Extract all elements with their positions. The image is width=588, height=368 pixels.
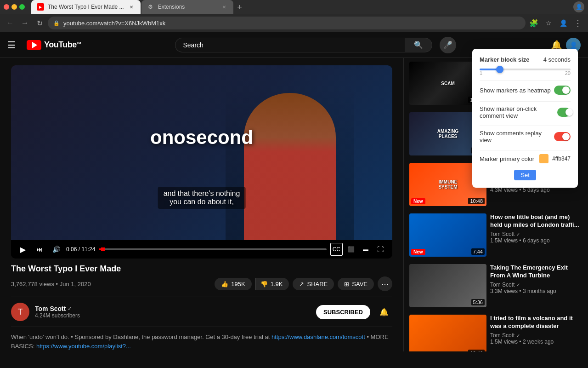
save-button[interactable]: ⊞ SAVE	[338, 278, 374, 290]
new-tab-button[interactable]: +	[233, 1, 246, 14]
sidebar-thumbnail: 7:44 New	[409, 213, 486, 257]
video-duration: 5:36	[471, 299, 485, 305]
description: When 'undo' won't do. • Sponsored by Das…	[11, 333, 392, 351]
voice-search-button[interactable]: 🎤	[440, 37, 456, 53]
right-controls: CC ⬛ ▬ ⛶	[330, 243, 387, 256]
sidebar-video-title: Taking The Emergency Exit From A Wind Tu…	[490, 264, 582, 280]
next-button[interactable]: ⏭	[33, 243, 46, 256]
back-button[interactable]: ←	[4, 17, 17, 29]
sidebar-channel-name: Tom Scott ✓	[490, 231, 582, 237]
youtube-logo-icon	[27, 40, 41, 50]
search-button[interactable]: 🔍	[405, 38, 432, 52]
address-bar[interactable]: 🔒 youtube.com/watch?v=X6NJkWbM1xk	[48, 17, 526, 29]
theater-button[interactable]: ▬	[359, 243, 372, 256]
youtube-logo[interactable]: YouTubeTM	[27, 40, 81, 50]
miniplayer-button[interactable]: ⬛	[345, 243, 357, 256]
tab-close-extensions[interactable]: ✕	[220, 3, 228, 11]
video-player[interactable]: onosecond and that there's nothingyou ca…	[11, 65, 392, 259]
channel-avatar[interactable]: T	[11, 303, 29, 321]
set-color-button[interactable]: Set	[514, 170, 536, 180]
video-presenter	[226, 84, 354, 240]
description-text: When 'undo' won't do. • Sponsored by Das…	[11, 334, 270, 340]
ext-divider3	[480, 126, 571, 126]
channel-name-row: Tom Scott ✓	[35, 305, 311, 312]
subscribe-button[interactable]: SUBSCRIBED	[316, 305, 370, 319]
sidebar-video-stats: 1.5M views • 6 days ago	[490, 237, 582, 244]
channel-name: Tom Scott	[35, 305, 66, 312]
ext-color-row: Marker primary color #ffb347	[480, 154, 571, 163]
toggle-heatmap[interactable]	[554, 86, 571, 95]
slider-thumb[interactable]	[496, 66, 503, 73]
settings-cc-button[interactable]: CC	[330, 243, 343, 256]
sidebar-video-info: How one little boat (and me) held up mil…	[490, 213, 582, 257]
profile-icon[interactable]: 👤	[573, 1, 584, 12]
sidebar-video-item[interactable]: 7:44 New How one little boat (and me) he…	[404, 210, 588, 260]
bookmark-button[interactable]: ☆	[542, 17, 555, 29]
forward-button[interactable]: →	[18, 17, 31, 29]
channel-info: Tom Scott ✓ 4.24M subscribers	[35, 305, 311, 319]
sidebar-video-info: Taking The Emergency Exit From A Wind Tu…	[490, 264, 582, 307]
color-code-display: #ffb347	[552, 155, 571, 162]
video-info: The Worst Typo I Ever Made 3,762,778 vie…	[11, 259, 392, 297]
search-bar: 🔍	[175, 38, 432, 52]
slider-labels: 1 20	[480, 70, 571, 76]
ext-divider2	[480, 101, 571, 102]
toggle-onclick[interactable]	[557, 108, 571, 117]
progress-bar[interactable]	[99, 248, 326, 250]
more-options-button[interactable]: ⋯	[378, 276, 392, 291]
video-meta: 3,762,778 views • Jun 1, 2020 👍 195K 👎 1…	[11, 276, 392, 291]
video-caption-sub: and that there's nothingyou can do about…	[158, 187, 246, 209]
menu-icon[interactable]: ☰	[7, 40, 16, 51]
tab-youtube-title: The Worst Typo I Ever Made ...	[48, 4, 124, 10]
ext-popup-title: Marker block size	[480, 56, 529, 63]
extensions-button[interactable]: 🧩	[527, 17, 540, 29]
share-button[interactable]: ↗ SHARE	[293, 278, 334, 290]
main-content: onosecond and that there's nothingyou ca…	[0, 58, 403, 351]
verified-check: ✓	[516, 232, 520, 237]
play-button[interactable]: ▶	[17, 243, 29, 256]
play-icon	[32, 42, 37, 48]
dislike-button[interactable]: 👎 1.9K	[255, 278, 289, 290]
close-button[interactable]	[4, 4, 9, 10]
notification-bell[interactable]: 🔔	[376, 304, 392, 320]
thumbs-up-icon: 👍	[221, 281, 228, 288]
more-options-button[interactable]: ⋮	[571, 17, 584, 29]
thumb-text: AMAZING PLACES	[429, 129, 467, 139]
fullscreen-button[interactable]: ⛶	[374, 243, 387, 256]
ext-toggle2-label: Show marker on-click comment view	[480, 105, 557, 119]
toggle-replay[interactable]	[554, 132, 571, 141]
sidebar-channel-name: Tom Scott ✓	[490, 332, 582, 339]
tab-extensions[interactable]: ⚙ Extensions ✕	[141, 0, 233, 14]
slider-min: 1	[480, 70, 482, 76]
tab-youtube[interactable]: ▶ The Worst Typo I Ever Made ... ✕	[31, 0, 141, 14]
like-button[interactable]: 👍 195K	[215, 278, 251, 290]
volume-button[interactable]: 🔊	[50, 243, 62, 256]
sidebar-video-item[interactable]: 10:46 I tried to film a volcano and it w…	[404, 311, 588, 351]
address-text: youtube.com/watch?v=X6NJkWbM1xk	[63, 20, 520, 27]
ext-toggle1-label: Show markers as heatmap	[480, 87, 551, 94]
minimize-button[interactable]	[11, 4, 17, 10]
color-swatch[interactable]	[539, 154, 548, 163]
video-actions: 👍 195K 👎 1.9K ↗ SHARE ⊞	[215, 276, 392, 291]
slider-track	[480, 69, 571, 70]
profile-button[interactable]: 👤	[557, 17, 570, 29]
slider-container: 1 20	[480, 69, 571, 76]
video-duration: 10:48	[468, 198, 485, 204]
refresh-button[interactable]: ↻	[33, 17, 46, 29]
ext-color-label: Marker primary color	[480, 155, 534, 162]
time-display: 0:06 / 11:24	[66, 246, 95, 253]
sidebar-video-item[interactable]: 5:36 Taking The Emergency Exit From A Wi…	[404, 260, 588, 311]
tab-close-youtube[interactable]: ✕	[128, 3, 135, 11]
playlist-link[interactable]: https://www.youtube.com/playlist?...	[36, 343, 131, 350]
verified-check: ✓	[516, 333, 520, 338]
video-title: The Worst Typo I Ever Made	[11, 264, 392, 274]
video-stats: 3,762,778 views • Jun 1, 2020	[11, 281, 91, 288]
browser-chrome: ▶ The Worst Typo I Ever Made ... ✕ ⚙ Ext…	[0, 0, 588, 32]
maximize-button[interactable]	[19, 4, 25, 10]
controls-bar: ▶ ⏭ 🔊 0:06 / 11:24 CC ⬛ ▬ ⛶	[11, 240, 392, 259]
ext-popup-value: 4 seconds	[543, 56, 571, 63]
search-input[interactable]	[175, 38, 405, 52]
sidebar-thumbnail: 10:46	[409, 315, 486, 351]
ext-toggle2-row: Show marker on-click comment view	[480, 105, 571, 119]
dashlane-link[interactable]: https://www.dashlane.com/tomscott	[271, 334, 365, 340]
